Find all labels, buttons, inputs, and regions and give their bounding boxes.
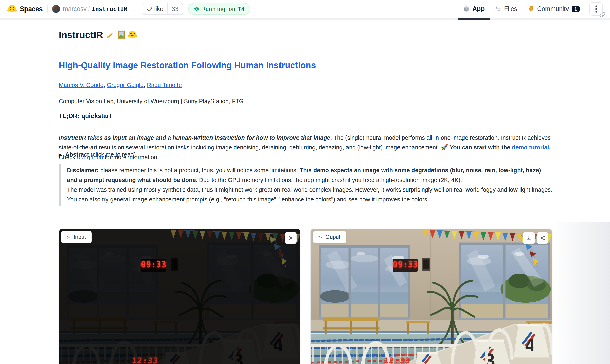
copy-icon — [130, 6, 136, 12]
download-icon — [526, 235, 531, 241]
framed-picture-icon — [117, 30, 126, 39]
tldr-heading: TL;DR: quickstart — [59, 112, 553, 120]
page-title: InstructIR — [59, 29, 553, 40]
disclaimer-paragraph-1: Disclaimer: please remember this is not … — [67, 165, 553, 185]
demo-tutorial-link[interactable]: demo tutorial. — [512, 144, 551, 151]
page-title-text: InstructIR — [59, 29, 103, 40]
paper-title-link[interactable]: High-Quality Image Restoration Following… — [59, 60, 316, 70]
like-group: like 33 — [142, 3, 183, 15]
author-link[interactable]: Gregor Geigle — [107, 82, 144, 88]
hugging-face-emoji-icon — [128, 30, 137, 39]
pencil-icon — [106, 30, 115, 39]
like-label: like — [154, 5, 163, 12]
input-label-text: Input — [74, 234, 86, 240]
like-button[interactable]: like — [142, 3, 167, 14]
disclaimer-tail: Due to the GPU memory limitations, the a… — [197, 177, 462, 183]
share-button[interactable] — [537, 232, 548, 244]
output-image-panel[interactable]: 09:33 12:33 Ouput — [311, 229, 552, 364]
repo-name[interactable]: InstructIR — [92, 5, 127, 13]
pennant-flags — [311, 229, 552, 269]
input-image[interactable]: 2 3 4 — [59, 229, 300, 364]
hf-brand[interactable]: Spaces — [7, 4, 43, 13]
file-tree-icon — [495, 6, 501, 12]
tab-app-label: App — [472, 5, 485, 13]
wall-clock-time: 09:33 — [393, 259, 417, 271]
kebab-icon — [596, 5, 597, 13]
header-tabs: App Files Community 1 — [458, 0, 603, 18]
close-icon — [288, 235, 294, 241]
cube-icon — [463, 6, 470, 12]
abstract-disclosure[interactable]: ▶Abstract (click me to read) — [59, 151, 553, 158]
pennant-flags — [59, 229, 300, 269]
waving-hand-icon — [528, 6, 534, 12]
copy-repo-button[interactable] — [130, 6, 136, 12]
share-icon — [540, 235, 545, 241]
clear-image-button[interactable] — [285, 232, 297, 244]
tab-files[interactable]: Files — [490, 0, 522, 18]
author-link[interactable]: Radu Timofte — [147, 82, 182, 88]
link-icon — [599, 12, 606, 18]
output-label-tab: Ouput — [313, 231, 346, 243]
tab-community[interactable]: Community 1 — [523, 0, 585, 18]
running-status-text: Running on — [202, 6, 235, 12]
intro-lead: InstructIR takes as input an image and a… — [59, 134, 332, 141]
intro-cta: You can start with the — [450, 144, 512, 151]
disclaimer-label: Disclaimer: — [67, 167, 99, 173]
author-separator: , — [144, 82, 147, 88]
input-label-tab: Input — [61, 231, 92, 243]
tab-app[interactable]: App — [458, 0, 490, 18]
spaces-label[interactable]: Spaces — [20, 5, 43, 13]
page-right-fade — [553, 222, 610, 364]
owner-link[interactable]: marcosv — [63, 5, 87, 13]
breadcrumb-separator: / — [88, 5, 90, 13]
disclosure-triangle-icon: ▶ — [59, 152, 62, 157]
wall-clock-time: 09:33 — [142, 259, 165, 271]
community-count-badge: 1 — [572, 6, 580, 12]
disclaimer-paragraph-2: The model was trained using mostly synth… — [67, 185, 553, 204]
lap-timer-time: 12:33 — [383, 356, 411, 364]
image-icon — [65, 234, 71, 240]
more-options-button[interactable] — [589, 2, 603, 15]
hardware-icon — [194, 6, 199, 12]
output-label-text: Ouput — [325, 234, 340, 240]
hugging-face-logo-icon — [7, 4, 17, 13]
authors-line: Marcos V. Conde, Gregor Geigle, Radu Tim… — [59, 82, 553, 88]
running-status-badge[interactable]: Running on T4 — [188, 3, 250, 15]
image-panels: 2 3 4 — [59, 229, 552, 364]
download-button[interactable] — [523, 232, 535, 244]
author-link[interactable]: Marcos V. Conde — [59, 82, 103, 88]
image-icon — [317, 234, 323, 240]
author-separator: , — [103, 82, 107, 88]
owner-avatar[interactable] — [52, 5, 60, 13]
input-image-panel[interactable]: 2 3 4 — [59, 229, 300, 364]
title-icons — [106, 30, 137, 39]
tab-files-label: Files — [504, 5, 517, 13]
top-header: Spaces marcosv / InstructIR like 33 R — [0, 0, 610, 18]
header-divider — [47, 5, 48, 13]
lap-timer-time: 12:33 — [132, 356, 159, 364]
running-hardware: T4 — [238, 6, 245, 12]
affiliation-line: Computer Vision Lab, University of Wuerz… — [59, 98, 553, 104]
like-count[interactable]: 33 — [167, 3, 183, 14]
heart-icon — [146, 6, 152, 12]
abstract-label: Abstract — [65, 151, 89, 158]
header-bottom-strip — [0, 18, 610, 20]
disclaimer-text: please remember this is not a product, t… — [99, 167, 299, 173]
disclaimer-block: Disclaimer: please remember this is not … — [59, 164, 553, 206]
abstract-hint: (click me to read) — [89, 151, 136, 158]
tab-community-label: Community — [537, 5, 569, 13]
output-image[interactable]: 09:33 12:33 — [311, 229, 552, 364]
